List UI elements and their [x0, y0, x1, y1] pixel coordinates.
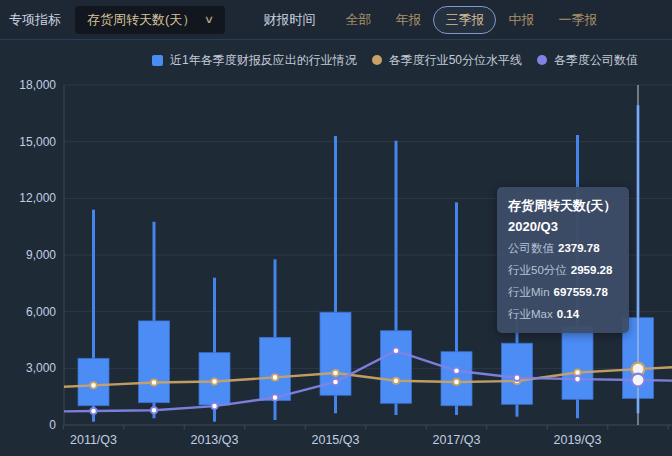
y-axis-tick-label: 12,000: [19, 191, 56, 205]
y-axis-tick-label: 9,000: [26, 248, 56, 262]
toolbar: 专项指标 存货周转天数(天） ∨ 财报时间 全部 年报 三季报 中报 一季报: [0, 0, 672, 40]
x-axis-tick-label: 2019/Q3: [554, 433, 602, 447]
legend-label: 各季度行业50分位水平线: [389, 52, 522, 69]
industry-median-line-point-2014/Q3[interactable]: [272, 374, 278, 380]
tab-annual[interactable]: 年报: [383, 6, 433, 34]
company-value-line-point-2016/Q3[interactable]: [393, 348, 399, 354]
gold-dot-icon: [372, 55, 382, 65]
company-value-line-point-2014/Q3[interactable]: [272, 394, 278, 400]
y-axis-tick-label: 3,000: [26, 361, 56, 375]
legend-label: 各季度公司数值: [554, 52, 638, 69]
boxplot-chart[interactable]: 03,0006,0009,00012,00015,00018,0002011/Q…: [0, 75, 672, 456]
metric-dropdown-value: 存货周转天数(天）: [87, 11, 195, 29]
inventory-turnover-dashboard: 专项指标 存货周转天数(天） ∨ 财报时间 全部 年报 三季报 中报 一季报 近…: [0, 0, 672, 456]
metric-label: 专项指标: [9, 11, 61, 29]
legend-item-company-value[interactable]: 各季度公司数值: [537, 52, 638, 69]
tab-all[interactable]: 全部: [333, 6, 383, 34]
industry-median-line-point-2019/Q3[interactable]: [574, 369, 580, 375]
x-axis-tick-label: 2011/Q3: [70, 433, 117, 447]
company-value-line-point-2013/Q3[interactable]: [211, 403, 217, 409]
company-value-line-point-2019/Q3[interactable]: [574, 376, 580, 382]
legend: 近1年各季度财报反应出的行业情况 各季度行业50分位水平线 各季度公司数值: [152, 51, 638, 69]
legend-label: 近1年各季度财报反应出的行业情况: [170, 52, 357, 69]
company-value-highlight-point[interactable]: [632, 374, 645, 387]
industry-median-line-point-2015/Q3[interactable]: [332, 370, 338, 376]
company-value-line-point-2011/Q3[interactable]: [90, 408, 96, 414]
x-axis-tick-label: 2013/Q3: [191, 433, 239, 447]
blue-square-icon: [152, 55, 163, 66]
purple-dot-icon: [537, 55, 547, 65]
company-value-line-point-2015/Q3[interactable]: [332, 379, 338, 385]
chart-svg[interactable]: 03,0006,0009,00012,00015,00018,0002011/Q…: [0, 75, 672, 456]
metric-dropdown[interactable]: 存货周转天数(天） ∨: [75, 6, 225, 34]
tab-q3-report[interactable]: 三季报: [433, 6, 496, 34]
y-axis-tick-label: 18,000: [19, 78, 56, 92]
boxplot-box-2012/Q3[interactable]: [139, 321, 170, 403]
industry-median-line-point-2017/Q3[interactable]: [453, 379, 459, 385]
chevron-down-icon: ∨: [204, 13, 214, 26]
report-period-tabs: 全部 年报 三季报 中报 一季报: [333, 6, 609, 34]
legend-item-industry-median[interactable]: 各季度行业50分位水平线: [372, 52, 522, 69]
company-value-line-point-2017/Q3[interactable]: [453, 368, 459, 374]
y-axis-tick-label: 0: [49, 418, 56, 432]
y-axis-tick-label: 6,000: [26, 305, 56, 319]
industry-median-line-point-2013/Q3[interactable]: [211, 378, 217, 384]
industry-median-line-point-2011/Q3[interactable]: [90, 382, 96, 388]
x-axis-tick-label: 2015/Q3: [312, 433, 360, 447]
boxplot-box-2014/Q3[interactable]: [260, 337, 291, 400]
boxplot-box-2019/Q3[interactable]: [562, 327, 593, 400]
legend-item-industry-box[interactable]: 近1年各季度财报反应出的行业情况: [152, 52, 357, 69]
company-value-line-point-2018/Q3[interactable]: [514, 375, 520, 381]
tab-interim[interactable]: 中报: [496, 6, 546, 34]
boxplot-box-2016/Q3[interactable]: [381, 331, 412, 404]
x-axis-tick-label: 2017/Q3: [433, 433, 481, 447]
report-period-label: 财报时间: [263, 11, 315, 29]
industry-median-line-point-2012/Q3[interactable]: [151, 379, 157, 385]
company-value-line-point-2012/Q3[interactable]: [151, 407, 157, 413]
tab-q1-report[interactable]: 一季报: [546, 6, 609, 34]
y-axis-tick-label: 15,000: [19, 135, 56, 149]
industry-median-line-point-2016/Q3[interactable]: [393, 378, 399, 384]
